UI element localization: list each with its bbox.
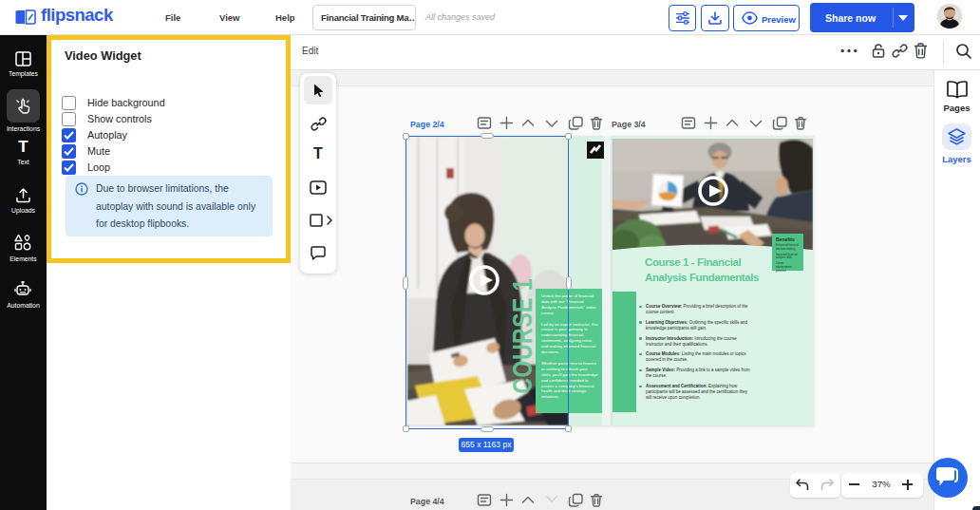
svg-text:Page 3/4: Page 3/4 (612, 120, 646, 129)
svg-text:Page 2/4: Page 2/4 (410, 120, 444, 129)
svg-text:Page 4/4: Page 4/4 (410, 497, 444, 506)
